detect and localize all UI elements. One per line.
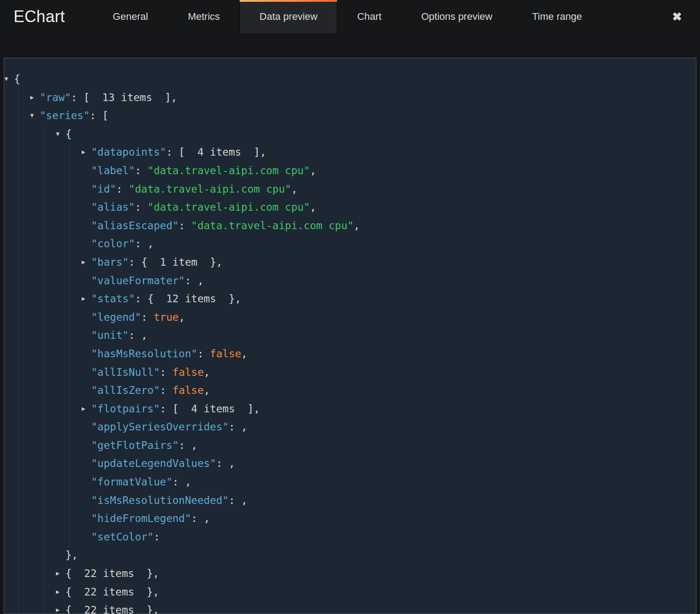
close-icon[interactable]: ✖: [654, 0, 700, 33]
json-line: "valueFormater": ,: [4, 272, 696, 290]
expand-icon[interactable]: ▶: [79, 400, 88, 418]
json-key: "valueFormater": [91, 275, 185, 286]
json-key: "raw": [40, 92, 71, 103]
json-key: "updateLegendValues": [91, 457, 216, 469]
json-punct: {: [65, 586, 84, 598]
tab-chart[interactable]: Chart: [337, 0, 401, 33]
json-line: "isMsResolutionNeeded": ,: [4, 491, 696, 510]
tab-general[interactable]: General: [93, 0, 168, 33]
json-string: "data.travel-aipi.com cpu": [148, 165, 310, 176]
expand-icon[interactable]: ▶: [79, 143, 88, 162]
json-string: "data.travel-aipi.com cpu": [129, 183, 291, 195]
json-punct: : [: [160, 403, 191, 415]
json-line: "alias": "data.travel-aipi.com cpu",: [4, 198, 696, 217]
json-punct: },: [197, 256, 222, 268]
json-key: "datapoints": [91, 146, 166, 158]
json-key: "formatValue": [91, 476, 172, 488]
json-key: "unit": [91, 329, 129, 341]
json-line: "color": ,: [4, 235, 696, 253]
expand-icon[interactable]: ▶: [53, 583, 63, 601]
collapse-icon[interactable]: ▼: [4, 70, 11, 88]
json-key: "legend": [91, 311, 141, 323]
tab-time-range[interactable]: Time range: [512, 0, 602, 33]
json-tree: ▼{▶"raw": [ 13 items ],▼"series": [▼{▶"d…: [4, 70, 696, 614]
json-key: "aliasEscaped": [91, 220, 179, 231]
tab-data-preview[interactable]: Data preview: [240, 0, 337, 33]
json-punct: {: [65, 128, 72, 140]
json-punct: : ,: [185, 275, 204, 286]
json-line: "id": "data.travel-aipi.com cpu",: [4, 180, 696, 199]
json-punct: :: [135, 165, 148, 176]
json-bool: true: [153, 311, 178, 323]
json-punct: : ,: [179, 439, 198, 451]
json-key: "label": [91, 165, 135, 176]
json-item-count: 13 items: [102, 92, 153, 103]
json-line: "hideFromLegend": ,: [4, 509, 696, 528]
json-line: ▶"stats": { 12 items },: [4, 290, 696, 308]
json-line: "formatValue": ,: [4, 473, 696, 491]
tab-bar: GeneralMetricsData previewChartOptions p…: [93, 0, 602, 33]
json-key: "allIsZero": [91, 384, 160, 396]
json-key: "isMsResolutionNeeded": [91, 494, 229, 506]
json-key: "applySeriesOverrides": [91, 421, 229, 433]
app-title: EChart: [0, 0, 93, 33]
json-punct: :: [135, 201, 148, 213]
tab-options-preview[interactable]: Options preview: [401, 0, 512, 33]
json-line: "hasMsResolution": false,: [4, 345, 696, 363]
json-punct: {: [65, 568, 84, 579]
expand-icon[interactable]: ▶: [79, 253, 88, 272]
json-punct: ],: [152, 92, 177, 103]
json-punct: : ,: [229, 494, 248, 506]
json-line: "updateLegendValues": ,: [4, 454, 696, 473]
json-punct: : ,: [172, 476, 191, 488]
json-item-count: 22 items: [84, 568, 134, 579]
json-line: "applySeriesOverrides": ,: [4, 418, 696, 436]
json-punct: },: [134, 586, 159, 598]
expand-icon[interactable]: ▶: [53, 601, 63, 614]
json-line: "allIsNull": false,: [4, 363, 696, 382]
json-punct: : [: [90, 110, 109, 121]
json-line: ▶{ 22 items },: [4, 564, 696, 583]
json-item-count: 22 items: [84, 586, 134, 598]
tab-metrics[interactable]: Metrics: [168, 0, 240, 33]
json-punct: ,: [204, 384, 210, 396]
json-key: "series": [40, 110, 90, 121]
json-punct: ,: [310, 201, 316, 213]
json-key: "getFlotPairs": [91, 439, 179, 451]
json-punct: ,: [310, 165, 316, 176]
json-punct: :: [160, 366, 172, 378]
json-line: ▶{ 22 items },: [4, 583, 696, 601]
json-line: ▼{: [4, 70, 696, 88]
json-bool: false: [172, 366, 204, 378]
json-punct: :: [141, 311, 154, 323]
json-punct: : [: [71, 92, 102, 103]
json-line: ▶"bars": { 1 item },: [4, 253, 696, 272]
json-punct: : ,: [216, 457, 235, 469]
json-punct: :: [160, 384, 172, 396]
json-punct: {: [14, 73, 20, 85]
json-line: "label": "data.travel-aipi.com cpu",: [4, 162, 696, 180]
json-punct: ,: [204, 366, 210, 378]
expand-icon[interactable]: ▶: [27, 88, 37, 107]
collapse-icon[interactable]: ▼: [53, 125, 63, 143]
json-punct: ,: [354, 220, 360, 231]
json-punct: ],: [241, 146, 266, 158]
json-item-count: 12 items: [166, 293, 216, 305]
json-key: "allIsNull": [91, 366, 160, 378]
expand-icon[interactable]: ▶: [79, 290, 88, 308]
data-preview-panel: ▼{▶"raw": [ 13 items ],▼"series": [▼{▶"d…: [4, 58, 696, 614]
json-punct: {: [65, 604, 84, 614]
json-key: "hasMsResolution": [91, 348, 197, 360]
collapse-icon[interactable]: ▼: [27, 106, 37, 125]
json-line: ▶{ 22 items },: [4, 601, 696, 614]
expand-icon[interactable]: ▶: [53, 564, 63, 583]
json-line: "aliasEscaped": "data.travel-aipi.com cp…: [4, 217, 696, 235]
json-punct: :: [197, 348, 210, 360]
json-item-count: 22 items: [84, 604, 134, 614]
json-punct: :: [116, 183, 129, 195]
json-punct: : [: [166, 146, 197, 158]
json-punct: ,: [179, 311, 185, 323]
json-key: "stats": [91, 293, 135, 305]
json-item-count: 4 items: [191, 403, 235, 415]
json-punct: :: [179, 220, 191, 231]
